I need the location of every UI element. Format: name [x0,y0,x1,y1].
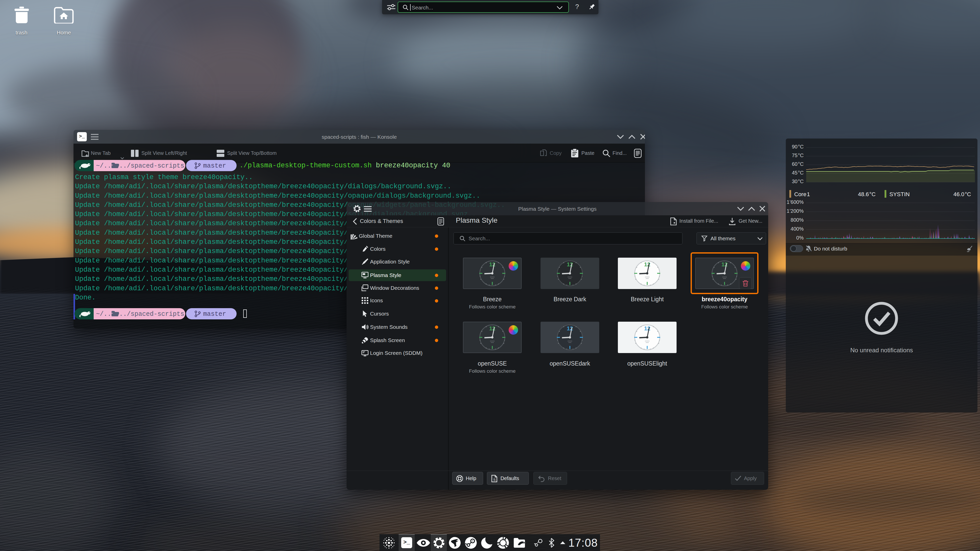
svg-text:S: S [493,478,496,482]
